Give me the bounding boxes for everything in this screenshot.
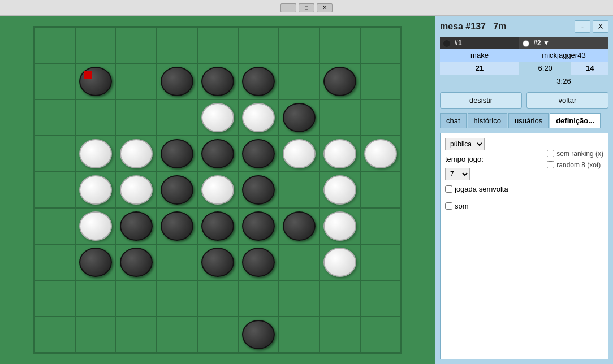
- board-cell[interactable]: [279, 244, 320, 280]
- board-cell[interactable]: [320, 63, 360, 99]
- board-cell[interactable]: [116, 244, 157, 280]
- jogada-semvolta-checkbox[interactable]: [445, 185, 452, 193]
- board-cell[interactable]: [116, 27, 157, 63]
- board-cell[interactable]: [116, 63, 157, 99]
- board-cell[interactable]: [157, 136, 197, 172]
- board-cell[interactable]: [320, 244, 360, 280]
- board-cell[interactable]: [320, 317, 360, 353]
- titlebar-btn-close[interactable]: ✕: [317, 3, 333, 12]
- board-cell[interactable]: [238, 99, 279, 136]
- board-cell[interactable]: [320, 280, 360, 317]
- board-cell[interactable]: [238, 317, 279, 353]
- board-cell[interactable]: [157, 244, 197, 280]
- board-cell[interactable]: [34, 172, 75, 208]
- board-cell[interactable]: [116, 208, 157, 244]
- voltar-button[interactable]: voltar: [526, 92, 608, 109]
- board-cell[interactable]: [238, 172, 279, 208]
- board-cell[interactable]: [238, 244, 279, 280]
- board-cell[interactable]: [157, 172, 197, 208]
- board-cell[interactable]: [279, 136, 320, 172]
- board-cell[interactable]: [197, 99, 238, 136]
- tab-definicoes[interactable]: definição...: [550, 113, 601, 128]
- publica-select[interactable]: pública privada: [445, 138, 485, 150]
- board-cell[interactable]: [116, 136, 157, 172]
- board-cell[interactable]: [116, 99, 157, 136]
- board-cell[interactable]: [34, 208, 75, 244]
- board-cell[interactable]: [238, 208, 279, 244]
- sidebar-close-btn[interactable]: X: [593, 20, 608, 33]
- board-cell[interactable]: [75, 63, 116, 99]
- board-cell[interactable]: [75, 99, 116, 136]
- board-cell[interactable]: [157, 63, 197, 99]
- board-cell[interactable]: [197, 244, 238, 280]
- tab-usuarios[interactable]: usuários: [508, 113, 549, 128]
- titlebar-btn-restore[interactable]: □: [299, 3, 314, 12]
- board-cell[interactable]: [75, 172, 116, 208]
- board-cell[interactable]: [34, 136, 75, 172]
- board-cell[interactable]: [238, 280, 279, 317]
- board-cell[interactable]: [360, 244, 401, 280]
- board-cell[interactable]: [34, 99, 75, 136]
- board-cell[interactable]: [197, 208, 238, 244]
- board-cell[interactable]: [116, 317, 157, 353]
- board-cell[interactable]: [197, 317, 238, 353]
- board-cell[interactable]: [279, 172, 320, 208]
- board-cell[interactable]: [279, 280, 320, 317]
- board-cell[interactable]: [157, 208, 197, 244]
- board-cell[interactable]: [320, 208, 360, 244]
- board-cell[interactable]: [197, 63, 238, 99]
- board-cell[interactable]: [75, 280, 116, 317]
- board-cell[interactable]: [360, 99, 401, 136]
- board-cell[interactable]: [34, 244, 75, 280]
- tab-historico[interactable]: histórico: [468, 113, 507, 128]
- board-cell[interactable]: [75, 244, 116, 280]
- board-cell[interactable]: [34, 63, 75, 99]
- board-cell[interactable]: [238, 63, 279, 99]
- board-cell[interactable]: [34, 27, 75, 63]
- board-cell[interactable]: [157, 27, 197, 63]
- sem-ranking-checkbox[interactable]: [547, 150, 554, 157]
- board-cell[interactable]: [197, 172, 238, 208]
- board-cell[interactable]: [360, 136, 401, 172]
- board-cell[interactable]: [279, 317, 320, 353]
- tempo-select[interactable]: 5 7 10 15 20 30: [445, 168, 470, 180]
- board-cell[interactable]: [279, 99, 320, 136]
- board-cell[interactable]: [197, 280, 238, 317]
- board-cell[interactable]: [279, 63, 320, 99]
- board-cell[interactable]: [360, 317, 401, 353]
- board-cell[interactable]: [75, 27, 116, 63]
- board-cell[interactable]: [360, 208, 401, 244]
- som-checkbox[interactable]: [445, 202, 452, 210]
- board-cell[interactable]: [197, 27, 238, 63]
- game-board[interactable]: [33, 26, 402, 354]
- board-cell[interactable]: [360, 27, 401, 63]
- tab-chat[interactable]: chat: [440, 113, 467, 128]
- board-cell[interactable]: [320, 172, 360, 208]
- board-cell[interactable]: [279, 208, 320, 244]
- board-cell[interactable]: [116, 172, 157, 208]
- titlebar-btn-minimize[interactable]: —: [280, 3, 296, 12]
- board-cell[interactable]: [116, 280, 157, 317]
- board-cell[interactable]: [238, 136, 279, 172]
- board-cell[interactable]: [360, 63, 401, 99]
- board-cell[interactable]: [279, 27, 320, 63]
- board-cell[interactable]: [75, 208, 116, 244]
- board-cell[interactable]: [157, 99, 197, 136]
- board-cell[interactable]: [320, 27, 360, 63]
- board-cell[interactable]: [34, 317, 75, 353]
- board-cell[interactable]: [320, 136, 360, 172]
- board-cell[interactable]: [238, 27, 279, 63]
- board-cell[interactable]: [360, 280, 401, 317]
- board-cell[interactable]: [320, 99, 360, 136]
- sidebar-minimize-btn[interactable]: -: [575, 20, 590, 33]
- board-cell[interactable]: [75, 136, 116, 172]
- board-cell[interactable]: [360, 172, 401, 208]
- board-cell[interactable]: [157, 280, 197, 317]
- random8-checkbox[interactable]: [547, 161, 554, 168]
- board-cell[interactable]: [197, 136, 238, 172]
- settings-top-row: pública privada tempo jogo: 5 7 10 15: [445, 138, 603, 180]
- board-cell[interactable]: [75, 317, 116, 353]
- board-cell[interactable]: [157, 317, 197, 353]
- board-cell[interactable]: [34, 280, 75, 317]
- desistir-button[interactable]: desistir: [440, 92, 522, 109]
